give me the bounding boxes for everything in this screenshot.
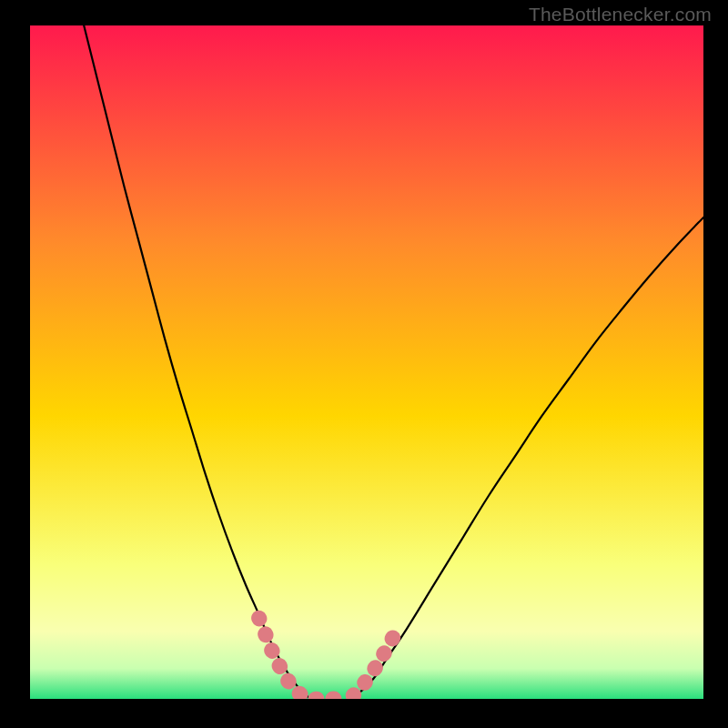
plot-area: [30, 25, 703, 699]
chart-container: TheBottlenecker.com: [0, 0, 728, 728]
gradient-background: [30, 25, 703, 699]
chart-svg: [30, 25, 703, 699]
watermark-text: TheBottlenecker.com: [529, 4, 712, 25]
